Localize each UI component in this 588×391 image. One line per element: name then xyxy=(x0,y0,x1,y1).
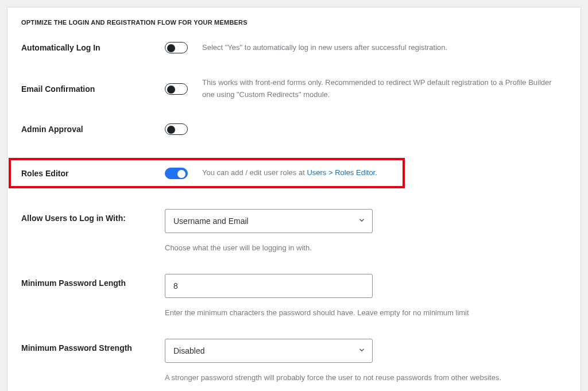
section-header: OPTIMIZE THE LOGIN AND REGISTRATION FLOW… xyxy=(21,19,567,26)
toggle-admin-approval[interactable] xyxy=(165,123,188,135)
desc-roles-editor: You can add / edit user roles at Users >… xyxy=(202,167,403,179)
label-min-pw-strength: Minimum Password Strength xyxy=(21,339,165,353)
desc-roles-editor-prefix: You can add / edit user roles at xyxy=(202,168,307,177)
row-email-confirmation: Email Confirmation This works with front… xyxy=(21,77,567,101)
helper-min-pw-length: Enter the minimum characters the passwor… xyxy=(165,307,567,319)
label-login-with: Allow Users to Log in With: xyxy=(21,209,165,223)
select-min-pw-strength[interactable] xyxy=(165,339,373,363)
label-roles-editor: Roles Editor xyxy=(21,169,165,178)
settings-panel: OPTIMIZE THE LOGIN AND REGISTRATION FLOW… xyxy=(7,7,581,391)
row-login-with: Allow Users to Log in With: Choose what … xyxy=(21,209,567,254)
helper-login-with: Choose what the user will be logging in … xyxy=(165,242,567,254)
toggle-auto-login[interactable] xyxy=(165,42,188,53)
input-min-pw-length[interactable] xyxy=(165,274,373,298)
toggle-knob xyxy=(167,86,175,94)
desc-auto-login: Select "Yes" to automatically log in new… xyxy=(202,42,567,54)
label-email-confirmation: Email Confirmation xyxy=(21,84,165,94)
label-min-pw-length: Minimum Password Length xyxy=(21,274,165,288)
toggle-knob xyxy=(167,44,175,52)
row-roles-editor: Roles Editor You can add / edit user rol… xyxy=(9,158,405,188)
desc-email-confirmation: This works with front-end forms only. Re… xyxy=(202,77,567,101)
label-auto-login: Automatically Log In xyxy=(21,43,165,52)
toggle-roles-editor[interactable] xyxy=(165,168,188,179)
row-auto-login: Automatically Log In Select "Yes" to aut… xyxy=(21,42,567,54)
label-admin-approval: Admin Approval xyxy=(21,125,165,134)
row-admin-approval: Admin Approval xyxy=(21,123,567,135)
row-min-pw-length: Minimum Password Length Enter the minimu… xyxy=(21,274,567,319)
select-login-with[interactable] xyxy=(165,209,373,233)
helper-min-pw-strength: A stronger password strength will probab… xyxy=(165,372,567,384)
toggle-knob xyxy=(177,170,185,178)
toggle-email-confirmation[interactable] xyxy=(165,83,188,95)
link-roles-editor[interactable]: Users > Roles Editor. xyxy=(307,168,377,177)
toggle-knob xyxy=(167,126,175,134)
row-min-pw-strength: Minimum Password Strength A stronger pas… xyxy=(21,339,567,384)
